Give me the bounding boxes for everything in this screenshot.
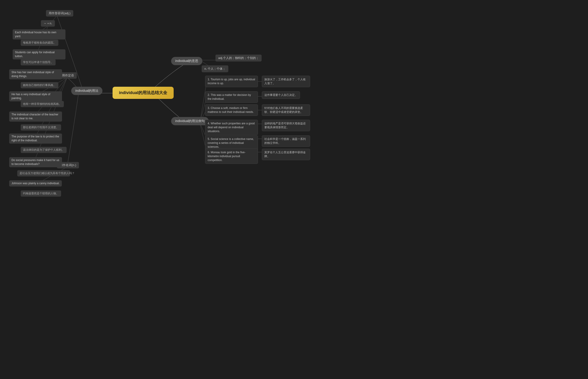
cn-each-house: 每栋房子都有各自的庭院。 [21,40,58,46]
example-2-cn: 这件事需要个人自己决定。 [262,91,300,99]
example-6-en: 6. Moreau took gold in the five-kilometr… [205,149,258,164]
cn-he-painting: 他有一种非常独特的绘画风格。 [21,101,64,107]
example-4-en: 4. Whether such properties are a good de… [205,120,258,135]
en-she-style: She has her own individual style of doin… [9,69,62,79]
cn-students: 学生可以申请个别指导。 [21,59,56,65]
en-each-house: Each individual house has its own yard. [13,29,66,39]
example-5-en: 5. Social science is a collective name, … [205,135,258,151]
branch-examples: individual的用法例句 [171,117,209,125]
example-1-en: 1. Tourism is up, jobs are up, individua… [205,76,258,87]
branch-usage: individual的用法 [71,87,102,95]
cn-law: 该法律目的是为了保护个人权利。 [21,147,67,153]
tilde-n-label: ～＋n. [41,20,55,27]
example-1-cn: 旅游火了，工作机会多了，个人收入涨了。 [262,76,310,87]
example-5-cn: 社会科学是一个统称，涵盖一系列的独立学科。 [262,135,310,147]
meaning-noun: n. 个人；个体； [202,65,228,72]
adj-label: 用作形容词(adj.) [46,10,73,16]
cn-johnson: 约翰逊显然是个狡猾的人物。 [21,190,61,197]
en-social: Do social pressures make it hard for us … [9,157,62,167]
central-node: individual的用法总结大全 [113,87,174,99]
branch-meaning: individual的意思 [171,57,202,65]
example-6-cn: 莫罗在个人五公里追逐赛中获得金牌。 [262,149,310,160]
cn-social: 是社会压力使我们难以成为具有个性的人吗？ [17,170,70,176]
en-law: The purpose of the law is to protect the… [9,134,62,144]
cn-teacher: 那位老师的个性我不太清楚。 [21,124,61,130]
example-2-en: 2. This was a matter for decision by the… [205,91,258,103]
example-4-cn: 这样的地产是否可获得大笔收益还要视具体情形而定。 [262,120,310,131]
en-johnson: Johnson was plainly a canny individual. [9,180,62,187]
en-he-painting: He has a very individual style of painti… [9,91,62,101]
cn-she-style: 她有自己独特的行事风格。 [21,82,58,88]
en-students: Students can apply for individual tuitio… [13,49,66,59]
example-3-en: 3. Choose a soft, medium or firm mattres… [205,104,258,116]
en-teacher: The individual character of the teacher … [9,111,62,122]
example-3-cn: 针对他们各人不同的需要挑选柔软、软硬适中或者坚硬的床垫。 [262,104,310,116]
meaning-adj: adj.个人的；独特的；个别的； [216,55,262,62]
